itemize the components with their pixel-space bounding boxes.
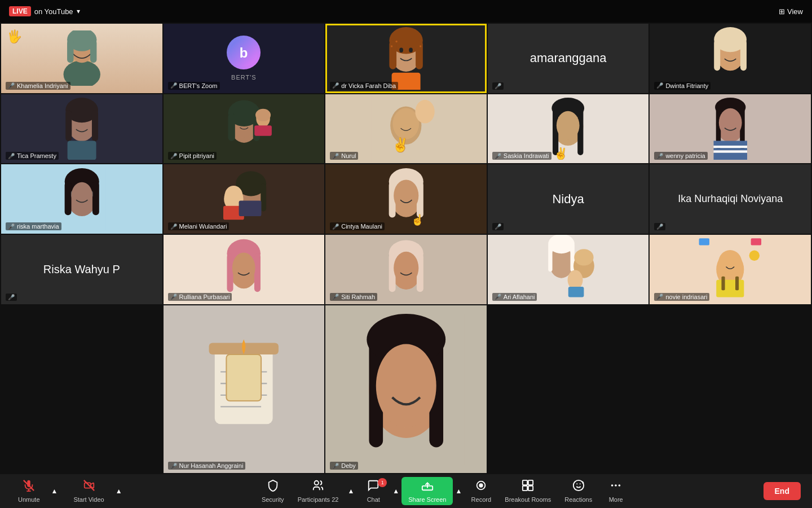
- video-cell-5: 🎤 Dwinta Fitrianty: [650, 24, 811, 93]
- mic-muted-icon: 🎤: [170, 463, 177, 469]
- end-button[interactable]: End: [764, 482, 801, 500]
- more-label: More: [609, 496, 623, 503]
- video-cell-9: ✌ 🎤 Saskia Indrawati: [488, 94, 649, 164]
- video-cell-22: 🎤 Deby: [325, 305, 487, 473]
- video-cell-4: amaranggana 🎤: [488, 24, 649, 93]
- start-video-button[interactable]: Start Video: [67, 477, 111, 505]
- svg-rect-42: [254, 125, 272, 135]
- video-cell-6: 🎤 Tica Pramesty: [1, 94, 162, 164]
- start-video-label: Start Video: [73, 496, 104, 503]
- mic-muted-icon: 🎤: [170, 82, 177, 89]
- microphone-off-icon: [23, 479, 35, 494]
- svg-point-16: [409, 48, 413, 52]
- mic-muted-icon: 🎤: [8, 153, 15, 159]
- svg-rect-73: [713, 146, 747, 148]
- record-button[interactable]: Record: [464, 477, 498, 505]
- svg-rect-7: [90, 40, 96, 63]
- svg-point-19: [420, 45, 421, 47]
- participant-name-label-16: 🎤: [6, 294, 17, 301]
- video-cell-7: 🎤 Pipit pitriyani: [164, 94, 325, 164]
- svg-rect-140: [735, 277, 739, 291]
- more-icon: [610, 479, 622, 494]
- svg-rect-150: [227, 354, 262, 401]
- record-label: Record: [471, 496, 491, 503]
- security-button[interactable]: Security: [255, 477, 291, 505]
- svg-point-174: [573, 480, 584, 491]
- top-bar: LIVE on YouTube ▾ ⊞ View: [0, 0, 812, 23]
- breakout-rooms-button[interactable]: Breakout Rooms: [498, 477, 558, 505]
- participant-name-11: 🎤 riska marthavia: [6, 222, 61, 230]
- svg-rect-38: [228, 113, 235, 141]
- video-cell-15: Ika Nurhaqiqi Noviyana 🎤: [650, 164, 811, 234]
- participant-name-17: 🎤 Rulliana Purbasari: [168, 293, 232, 301]
- mic-muted-icon: 🎤: [170, 224, 177, 230]
- svg-rect-14: [416, 41, 423, 69]
- mic-muted-icon: 🎤: [495, 294, 501, 300]
- chevron-down-icon[interactable]: ▾: [77, 7, 80, 15]
- svg-rect-126: [548, 244, 552, 271]
- svg-text:☝: ☝: [411, 213, 424, 226]
- participant-name-1: 🎤 Khamelia Indriyani: [6, 82, 70, 90]
- svg-point-130: [567, 270, 582, 290]
- platform-label[interactable]: on YouTube: [34, 7, 73, 16]
- video-cell-8: ✌ 🎤 Nurul: [325, 94, 487, 164]
- mic-muted-icon: 🎤: [332, 82, 339, 89]
- mic-muted-icon: 🎤: [332, 463, 339, 469]
- svg-point-165: [315, 481, 319, 485]
- svg-text:✌: ✌: [392, 137, 409, 154]
- share-screen-button[interactable]: Share Screen: [401, 477, 453, 505]
- more-button[interactable]: More: [599, 477, 633, 505]
- mic-muted-icon: 🎤: [8, 82, 15, 89]
- svg-rect-34: [67, 141, 96, 160]
- mic-muted-icon: 🎤: [8, 294, 15, 300]
- video-cell-11: 🎤 riska marthavia: [1, 164, 162, 234]
- svg-rect-13: [389, 41, 396, 69]
- mic-muted-icon: 🎤: [656, 294, 663, 300]
- svg-rect-80: [64, 181, 71, 214]
- live-badge: LIVE on YouTube ▾: [9, 6, 80, 16]
- mic-muted-icon: 🎤: [495, 83, 501, 89]
- participant-name-6: 🎤 Tica Pramesty: [6, 152, 59, 160]
- participant-name-18: 🎤 Siti Rahmah: [330, 293, 377, 301]
- svg-rect-171: [528, 480, 533, 485]
- breakout-rooms-label: Breakout Rooms: [505, 496, 551, 503]
- unmute-chevron[interactable]: ▲: [49, 485, 60, 497]
- reactions-icon: [572, 479, 585, 494]
- participant-name-7: 🎤 Pipit pitriyani: [168, 152, 217, 160]
- berts-label: BERT'S: [231, 74, 257, 81]
- mic-muted-icon: 🎤: [332, 153, 339, 159]
- svg-point-85: [71, 182, 92, 209]
- chat-chevron[interactable]: ▲: [390, 485, 401, 497]
- participant-name-8: 🎤 Nurul: [330, 152, 358, 160]
- video-cell-empty-3: [650, 305, 811, 473]
- svg-rect-139: [722, 277, 725, 291]
- participants-button[interactable]: Participants 22: [291, 477, 346, 505]
- svg-point-47: [393, 108, 420, 139]
- svg-rect-74: [713, 148, 747, 150]
- svg-rect-31: [92, 110, 98, 141]
- participant-name-label-15: 🎤: [654, 223, 665, 230]
- share-chevron[interactable]: ▲: [453, 485, 464, 497]
- raise-hand-icon: 🖐: [7, 29, 22, 44]
- unmute-button[interactable]: Unmute: [11, 477, 47, 505]
- mic-icon: 🎤: [656, 82, 663, 89]
- video-cell-empty-2: [488, 305, 649, 473]
- mic-icon: 🎤: [495, 153, 501, 159]
- svg-point-120: [394, 252, 418, 284]
- view-button[interactable]: ⊞ View: [779, 7, 803, 16]
- video-off-icon: [83, 479, 95, 494]
- video-cell-18: 🎤 Siti Rahmah: [325, 235, 487, 304]
- video-cell-13: ☝ 🎤 Cintya Maulani: [325, 164, 487, 234]
- video-chevron[interactable]: ▲: [113, 485, 125, 497]
- svg-point-177: [611, 484, 614, 487]
- svg-rect-173: [528, 486, 533, 491]
- svg-point-18: [395, 41, 397, 42]
- svg-rect-75: [713, 150, 747, 152]
- participant-name-2: 🎤 BERT's Zoom: [168, 82, 220, 90]
- toolbar-left-group: Unmute ▲ Start Video ▲: [11, 477, 125, 505]
- toolbar-right-group: End: [764, 482, 801, 500]
- svg-rect-133: [699, 238, 709, 245]
- svg-rect-89: [261, 184, 266, 212]
- participants-chevron[interactable]: ▲: [345, 485, 356, 497]
- reactions-button[interactable]: Reactions: [558, 477, 599, 505]
